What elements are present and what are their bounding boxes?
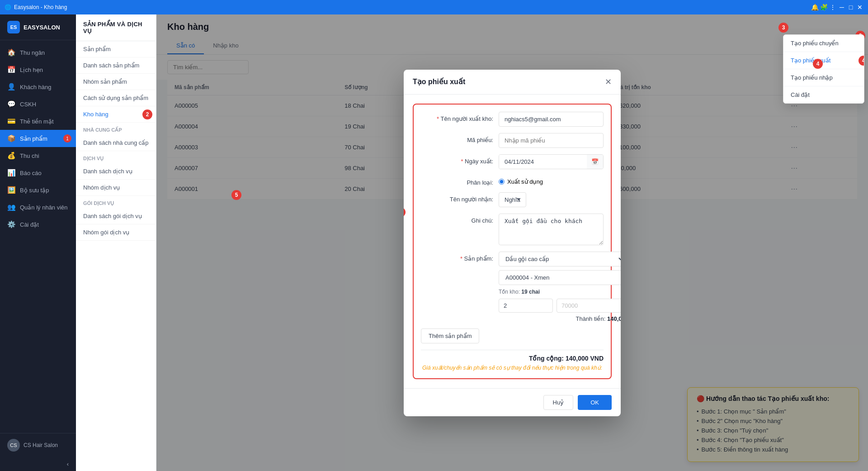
select-ten-nguoi-nhan[interactable]: Nghĩa	[499, 192, 526, 207]
menu-item-nhom-dich-vu[interactable]: Nhóm dịch vụ	[76, 180, 156, 196]
label-san-pham: Sản phẩm:	[421, 252, 493, 262]
ton-kho-label: Tồn kho: 19 chai	[499, 289, 621, 295]
sidebar-item-bao-cao[interactable]: 📊 Báo cáo	[0, 164, 76, 181]
thu-chi-icon: 💰	[7, 152, 15, 160]
tong-cong-section: Tổng cộng: 140,000 VND Giá xuất/chuyển s…	[421, 350, 604, 371]
sidebar-item-cskh[interactable]: 💬 CSKH	[0, 95, 76, 113]
sidebar-item-cai-dat[interactable]: ⚙️ Cài đặt	[0, 216, 76, 233]
menu-item-danh-sach-san-pham[interactable]: Danh sách sản phẩm	[76, 57, 156, 74]
sidebar: ES EASYSALON 🏠 Thu ngân 📅 Lịch hẹn 👤 Khá…	[0, 14, 76, 471]
tong-cong-value: 140,000 VND	[566, 355, 604, 362]
user-avatar: CS	[7, 439, 20, 452]
add-product-wrapper: Thêm sản phẩm	[421, 328, 604, 343]
logo-icon: ES	[7, 21, 20, 33]
cancel-button[interactable]: Huỷ	[543, 395, 574, 410]
input-ten-nguoi-xuat[interactable]	[499, 112, 604, 127]
input-quantity[interactable]	[499, 299, 553, 313]
minimize-button[interactable]: ─	[838, 4, 845, 11]
radio-xuat-su-dung[interactable]: Xuất sử dụng	[499, 178, 543, 185]
menu-item-san-pham[interactable]: Sản phẩm	[76, 41, 156, 57]
khach-hang-icon: 👤	[7, 83, 15, 91]
menu-subheader-dich-vu: Dịch vụ	[76, 151, 156, 163]
radio-input-xuat-su-dung[interactable]	[499, 179, 505, 185]
product-row: Dầu gội cao cấp 🗑	[499, 252, 621, 266]
label-ten-nguoi-nhan: Tên người nhận:	[421, 192, 493, 203]
notification-icon[interactable]: 🔔	[811, 4, 818, 11]
textarea-ghi-chu[interactable]: Xuất gội đầu cho khách	[499, 214, 604, 245]
sidebar-item-khach-hang[interactable]: 👤 Khách hàng	[0, 78, 76, 95]
sidebar-item-label: Thẻ tiền mặt	[20, 118, 54, 125]
add-product-button[interactable]: Thêm sản phẩm	[421, 328, 479, 343]
sidebar-item-quan-ly-nhan-vien[interactable]: 👥 Quản lý nhân viên	[0, 199, 76, 216]
step5-badge-floating: 5	[231, 190, 241, 200]
step4-badge: 4	[859, 56, 864, 66]
menu-item-nhom-goi-dich-vu[interactable]: Nhóm gói dịch vụ	[76, 224, 156, 241]
dropdown-item-tao-phieu-nhap[interactable]: Tạo phiếu nhập	[783, 69, 864, 86]
radio-group-phan-loai: Xuất sử dụng	[499, 176, 543, 185]
app-container: ES EASYSALON 🏠 Thu ngân 📅 Lịch hẹn 👤 Khá…	[0, 14, 868, 471]
dropdown-item-label: Tạo phiếu xuất	[791, 57, 830, 64]
thanh-tien-value: 140,000 VND	[607, 315, 621, 322]
menu-item-kho-hang[interactable]: Kho hàng 2	[76, 106, 156, 123]
modal-close-button[interactable]: ✕	[605, 77, 612, 87]
main-content: Kho hàng Sẵn có Nhập kho Tuỳ chọn ▼ 3 Mã…	[156, 14, 868, 471]
sidebar-item-bo-suu-tap[interactable]: 🖼️ Bộ sưu tập	[0, 181, 76, 199]
titlebar-title: Easysalon - Kho hàng	[14, 4, 67, 10]
san-pham-icon: 📦	[7, 134, 15, 143]
thanh-tien: Thành tiền: 140,000 VND	[499, 315, 621, 322]
sidebar-item-san-pham[interactable]: 📦 Sản phẩm 1	[0, 130, 76, 147]
maximize-button[interactable]: □	[847, 4, 854, 11]
dropdown-item-cai-dat[interactable]: Cài đặt	[783, 86, 864, 103]
menu-subheader-nha-cung-cap: Nhà cung cấp	[76, 123, 156, 135]
modal-footer: Huỷ OK	[404, 388, 621, 416]
modal-title: Tạo phiếu xuất	[413, 77, 465, 86]
form-row-ngay-xuat: Ngày xuất: 📅	[421, 154, 604, 169]
product-menu-header: SẢN PHẨM VÀ DỊCH VỤ	[76, 14, 156, 41]
label-ghi-chu: Ghi chú:	[421, 214, 493, 224]
sidebar-item-label: Sản phẩm	[20, 135, 47, 142]
product-qty-price	[499, 299, 621, 313]
menu-item-cach-su-dung[interactable]: Cách sử dụng sản phẩm	[76, 90, 156, 106]
close-button[interactable]: ✕	[856, 4, 863, 11]
sidebar-item-thu-chi[interactable]: 💰 Thu chi	[0, 147, 76, 164]
the-tien-mat-icon: 💳	[7, 117, 15, 125]
menu-item-danh-sach-dich-vu[interactable]: Danh sách dịch vụ	[76, 163, 156, 180]
nhan-vien-icon: 👥	[7, 203, 15, 211]
menu-icon[interactable]: ⋮	[829, 4, 836, 11]
user-name: CS Hair Salon	[24, 442, 58, 448]
step2-badge: 2	[142, 109, 152, 119]
step4-floating-badge: 4	[813, 59, 823, 69]
sidebar-item-the-tien-mat[interactable]: 💳 Thẻ tiền mặt	[0, 113, 76, 130]
extension-icon[interactable]: 🧩	[820, 4, 827, 11]
input-price[interactable]	[557, 299, 621, 313]
menu-item-nhom-san-pham[interactable]: Nhóm sản phẩm	[76, 74, 156, 90]
bao-cao-icon: 📊	[7, 169, 15, 177]
input-ngay-xuat[interactable]	[499, 155, 587, 169]
label-ten-nguoi-xuat: Tên người xuất kho:	[421, 112, 493, 122]
sidebar-item-label: Khách hàng	[20, 84, 51, 90]
modal: Tạo phiếu xuất ✕ Tên người xuất kho: Mã …	[404, 70, 621, 416]
step3-badge-floating: 3	[778, 23, 788, 33]
cskh-icon: 💬	[7, 100, 15, 108]
menu-item-danh-sach-nha-cung-cap[interactable]: Danh sách nhà cung cấp	[76, 135, 156, 151]
sidebar-item-lich-hen[interactable]: 📅 Lịch hẹn	[0, 61, 76, 78]
select-product-variant[interactable]: A000004 - Xmen	[499, 270, 621, 285]
calendar-icon[interactable]: 📅	[587, 155, 603, 169]
form-row-ten-nguoi-xuat: Tên người xuất kho:	[421, 112, 604, 127]
modal-body: Tên người xuất kho: Mã phiếu: Ngày xuất:	[404, 95, 621, 388]
menu-item-danh-sach-goi-dich-vu[interactable]: Danh sách gói dịch vụ	[76, 208, 156, 224]
ok-button[interactable]: OK	[578, 395, 612, 410]
modal-form-section: Tên người xuất kho: Mã phiếu: Ngày xuất:	[413, 104, 612, 379]
select-wrapper-nguoi-nhan: Nghĩa	[499, 192, 604, 207]
sidebar-item-label: CSKH	[20, 101, 36, 108]
note-text: Giá xuất/chuyển sản phẩm sẽ có sự thay đ…	[421, 365, 604, 371]
select-product-name[interactable]: Dầu gội cao cấp	[499, 252, 621, 266]
sidebar-item-thu-ngan[interactable]: 🏠 Thu ngân	[0, 44, 76, 61]
dropdown-item-tao-phieu-xuat[interactable]: Tạo phiếu xuất 4	[783, 52, 864, 69]
sidebar-item-label: Cài đặt	[20, 221, 39, 228]
dropdown-item-tao-phieu-chuyen[interactable]: Tạo phiếu chuyển	[783, 35, 864, 52]
tong-cong-label: Tổng cộng:	[529, 355, 564, 362]
sidebar-collapse-button[interactable]: ‹	[0, 457, 76, 471]
label-phan-loai: Phân loại:	[421, 176, 493, 186]
input-ma-phieu[interactable]	[499, 133, 604, 148]
